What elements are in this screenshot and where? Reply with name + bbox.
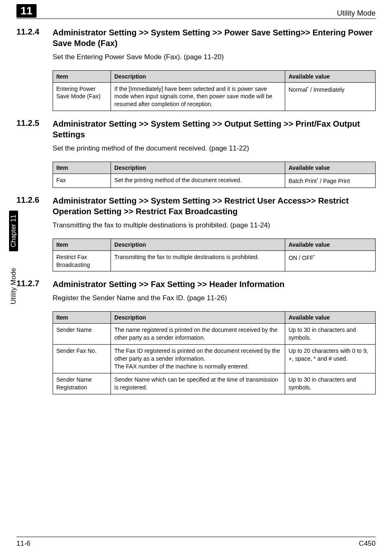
section-number: 11.2.5 xyxy=(16,118,53,140)
section-title: Administrator Setting >> System Setting … xyxy=(53,195,376,217)
table-header: Item xyxy=(53,312,111,324)
table-header: Available value xyxy=(285,162,376,174)
page-number: 11-6 xyxy=(16,540,30,548)
table-cell: Entering Power Save Mode (Fax) xyxy=(53,82,111,111)
table-header: Available value xyxy=(285,70,376,82)
table-row: Entering Power Save Mode (Fax)If the [Im… xyxy=(53,82,376,111)
side-section: Utility Mode xyxy=(9,268,18,304)
header-rule xyxy=(16,19,376,19)
table-cell: ON / OFF* xyxy=(285,250,376,271)
table-cell: Restrict Fax Broadcasting xyxy=(53,250,111,271)
table-row: Sender Fax No.The Fax ID registered is p… xyxy=(53,345,376,373)
side-tab: Utility Mode Chapter 11 xyxy=(9,211,18,304)
section-title: Administrator Setting >> System Setting … xyxy=(53,118,376,140)
table-cell: The Fax ID registered is printed on the … xyxy=(111,345,285,373)
table-cell: Transmitting the fax to multiple destina… xyxy=(111,250,285,271)
table-cell: Sender Fax No. xyxy=(53,345,111,373)
section-body: Set the printing method of the document … xyxy=(53,144,376,153)
table-cell: Normal* / Immediately xyxy=(285,82,376,111)
data-table: ItemDescriptionAvailable valueSender Nam… xyxy=(53,311,376,394)
section-body: Register the Sender Name and the Fax ID.… xyxy=(53,294,376,303)
footer-rule xyxy=(16,537,376,537)
running-head: Utility Mode xyxy=(337,9,376,18)
table-cell: Sender Name which can be specified at th… xyxy=(111,373,285,394)
table-row: Restrict Fax BroadcastingTransmitting th… xyxy=(53,250,376,271)
table-cell: Up to 30 in characters and symbols. xyxy=(285,324,376,345)
table-header: Available value xyxy=(285,239,376,250)
section-number: 11.2.6 xyxy=(16,195,53,217)
table-header: Description xyxy=(111,239,285,250)
table-header: Description xyxy=(111,162,285,174)
table-header: Item xyxy=(53,162,111,174)
table-row: Sender NameThe name registered is printe… xyxy=(53,324,376,345)
table-cell: The name registered is printed on the do… xyxy=(111,324,285,345)
table-header: Item xyxy=(53,239,111,250)
table-cell: Batch Print* / Page Print xyxy=(285,174,376,188)
section-body: Transmitting the fax to multiple destina… xyxy=(53,221,376,230)
table-header: Description xyxy=(111,70,285,82)
table-cell: Fax xyxy=(53,174,111,188)
section-number: 11.2.7 xyxy=(16,279,53,290)
table-cell: Set the printing method of the document … xyxy=(111,174,285,188)
data-table: ItemDescriptionAvailable valueFaxSet the… xyxy=(53,162,376,188)
data-table: ItemDescriptionAvailable valueRestrict F… xyxy=(53,239,376,272)
table-cell: If the [Immediately] have been selected … xyxy=(111,82,285,111)
table-cell: Up to 20 characters with 0 to 9, +, spac… xyxy=(285,345,376,373)
table-row: FaxSet the printing method of the docume… xyxy=(53,174,376,188)
table-cell: Up to 30 in characters and symbols. xyxy=(285,373,376,394)
table-row: Sender Name RegistrationSender Name whic… xyxy=(53,373,376,394)
table-header: Item xyxy=(53,70,111,82)
section-title: Administrator Setting >> Fax Setting >> … xyxy=(53,279,376,290)
side-chapter: Chapter 11 xyxy=(9,211,18,251)
table-header: Available value xyxy=(285,312,376,324)
data-table: ItemDescriptionAvailable valueEntering P… xyxy=(53,70,376,111)
table-cell: Sender Name xyxy=(53,324,111,345)
chapter-badge: 11 xyxy=(16,4,37,18)
section-number: 11.2.4 xyxy=(16,27,53,49)
model-number: C450 xyxy=(359,540,376,548)
section-title: Administrator Setting >> System Setting … xyxy=(53,27,376,49)
section-body: Set the Entering Power Save Mode (Fax). … xyxy=(53,53,376,62)
table-cell: Sender Name Registration xyxy=(53,373,111,394)
table-header: Description xyxy=(111,312,285,324)
